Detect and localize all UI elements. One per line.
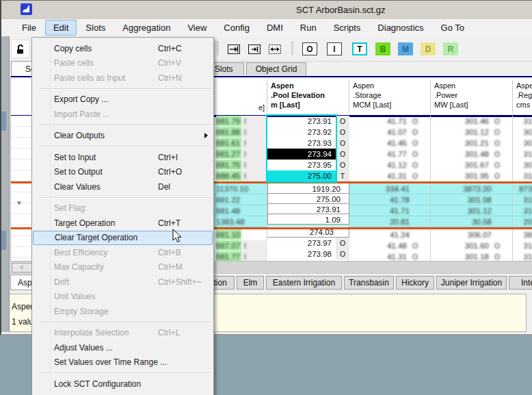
menu-separator — [39, 197, 211, 199]
menu-item-import-paste[interactable]: Import Paste ... — [32, 107, 213, 122]
menu-item-set-values-over-time-range[interactable]: Set Values over Time Range ... — [32, 355, 213, 370]
grid-cell[interactable]: 881.75 — [216, 160, 241, 170]
menu-item-adjust-values[interactable]: Adjust Values ... — [32, 340, 213, 355]
tab-hickory[interactable]: Hickory — [396, 276, 434, 290]
pool-cell-target[interactable]: 275.00T — [267, 170, 349, 181]
pool-cell-selected[interactable]: 273.94O — [267, 149, 349, 160]
column-regulated: 31.5 30.1 30.9 31.7 30.4 31.2 873.2 31.8… — [513, 116, 532, 261]
column-header-power[interactable]: Aspen.PowerMW [Last] — [434, 81, 468, 110]
menu-item-set-to-input[interactable]: Set to InputCtrl+I — [32, 150, 213, 165]
menu-item-clear-outputs[interactable]: Clear Outputs — [32, 129, 213, 144]
tab-juniper-irrigation[interactable]: Juniper Irrigation — [436, 276, 507, 290]
grid-cell[interactable]: 887.07 — [216, 240, 241, 251]
tab-object-grid[interactable]: Object Grid — [246, 62, 306, 75]
menu-item-best-efficiency[interactable]: Best EfficiencyCtrl+B — [32, 245, 213, 260]
menu-diagnostics[interactable]: Diagnostics — [369, 20, 431, 36]
menu-item-copy-cells[interactable]: Copy cellsCtrl+C — [32, 41, 213, 56]
column-header-pool-elevation[interactable]: Aspen.Pool Elevationm [Last] — [271, 81, 325, 110]
menu-goto[interactable]: Go To — [433, 20, 473, 36]
fit-width-icon — [269, 44, 281, 54]
menu-file[interactable]: File — [14, 20, 44, 36]
menu-edit[interactable]: Edit — [45, 20, 77, 36]
title-bar[interactable]: SCT ArborBasin.sct.gz — [1, 1, 532, 20]
flag-output-button[interactable]: O — [302, 42, 317, 55]
menu-item-clear-target-operation[interactable]: Clear Target Operation — [33, 231, 213, 246]
menu-item-set-to-output[interactable]: Set to OutputCtrl+O — [32, 165, 213, 180]
menu-item-paste-cells[interactable]: Paste cellsCtrl+V — [32, 56, 213, 71]
menu-scripts[interactable]: Scripts — [325, 20, 369, 36]
summary-cell-max[interactable]: 275.00 — [267, 193, 349, 204]
menu-separator — [39, 146, 211, 147]
row-header-column[interactable] — [11, 116, 34, 261]
tab-transbasin[interactable]: Transbasin — [344, 276, 394, 290]
toolbar-separator — [291, 41, 292, 55]
summary-cell[interactable]: 1383.48 — [216, 216, 241, 227]
open-padlock-icon — [15, 44, 26, 55]
flag-max-capacity-button[interactable]: M — [398, 42, 413, 55]
grid-cell[interactable]: 881.61 — [216, 138, 241, 149]
menu-item-set-flag[interactable]: Set Flag: — [32, 201, 213, 216]
flag-best-efficiency-button[interactable]: B — [375, 42, 390, 55]
summary-cell-sum[interactable]: 1919.20 — [267, 183, 349, 194]
menu-run[interactable]: Run — [292, 20, 325, 36]
tab-eastern-irrigation[interactable]: Eastern Irrigation — [266, 276, 342, 290]
summary-cell[interactable]: 881.22 — [216, 194, 241, 205]
flag-rulebased-button[interactable]: R — [443, 42, 458, 55]
pool-cell[interactable]: 273.92O — [267, 127, 349, 138]
column-header-regulated[interactable]: Aspen.Regucms [ — [516, 81, 532, 110]
window-title: SCT ArborBasin.sct.gz — [296, 5, 386, 15]
menu-dmi[interactable]: DMI — [258, 20, 291, 36]
column-header-storage[interactable]: Aspen.StorageMCM [Last] — [353, 81, 391, 110]
scroll-left-button[interactable]: < — [12, 263, 32, 272]
summary-cell-range[interactable]: 1.09 — [267, 214, 349, 225]
shrink-column-width-button[interactable] — [245, 42, 263, 56]
grid-cell[interactable]: 881.88 — [216, 127, 241, 138]
menu-separator — [39, 88, 211, 90]
column-power: 301.46O 301.12O 301.21O 301.48O 301.67O … — [431, 116, 512, 261]
summary-cell[interactable]: 11370.10 — [216, 183, 241, 194]
grid-cell[interactable]: 881.27 — [216, 149, 241, 160]
menu-separator — [39, 372, 211, 374]
pool-cell[interactable]: 273.95O — [267, 160, 349, 170]
fit-column-width-button[interactable] — [266, 42, 284, 56]
menu-item-paste-cells-as-input[interactable]: Paste cells as InputCtrl+N — [32, 71, 213, 86]
column-inflow-flags: I I I I I I I I — [241, 116, 267, 261]
menu-separator — [39, 322, 211, 323]
summary-cell-min[interactable]: 273.91 — [267, 203, 349, 214]
pool-cell[interactable]: 273.91O — [267, 116, 349, 127]
summary-cell[interactable]: 881.48 — [216, 205, 241, 216]
tab-inter-fragment[interactable]: Inter — [509, 276, 532, 290]
submenu-arrow-icon — [204, 133, 208, 138]
menu-config[interactable]: Config — [215, 20, 258, 36]
menu-item-target-operation[interactable]: Target OperationCtrl+T — [32, 216, 213, 231]
flag-drift-button[interactable]: D — [421, 42, 436, 55]
menu-item-export-copy[interactable]: Export Copy ... — [32, 92, 213, 107]
menu-aggregation[interactable]: Aggregation — [114, 20, 178, 36]
menu-item-empty-storage[interactable]: Empty Storage — [32, 304, 213, 319]
grid-cell[interactable]: 888.45 — [216, 170, 241, 181]
flag-target-button[interactable]: T — [352, 42, 367, 55]
menu-item-max-capacity[interactable]: Max CapacityCtrl+M — [32, 260, 213, 275]
menu-item-interpolate-selection[interactable]: Interpolate SelectionCtrl+L — [32, 326, 213, 341]
pool-cell[interactable]: 273.98O — [267, 249, 349, 259]
menu-item-lock-sct-configuration[interactable]: Lock SCT Configuration — [32, 377, 213, 392]
menu-separator — [39, 125, 211, 126]
lock-button[interactable] — [11, 40, 30, 58]
grid-cell[interactable]: 881.10 — [216, 229, 241, 240]
grid-cell[interactable]: 881.79 — [216, 116, 241, 127]
menu-view[interactable]: View — [179, 20, 215, 36]
pool-cell[interactable]: 273.93O — [267, 138, 349, 149]
current-row-marker-icon: ▼ — [16, 199, 23, 207]
grid-cell[interactable]: 881.77 — [216, 251, 241, 261]
pool-cell[interactable]: 273.97O — [267, 238, 349, 249]
menu-item-clear-values[interactable]: Clear ValuesDel — [32, 179, 213, 194]
grow-column-width-button[interactable] — [225, 42, 243, 56]
menu-item-unit-values[interactable]: Unit Values — [32, 290, 213, 305]
tab-elm[interactable]: Elm — [237, 276, 264, 290]
flag-input-button[interactable]: I — [327, 42, 342, 55]
menu-slots[interactable]: Slots — [77, 20, 114, 36]
riverware-app-icon — [21, 3, 32, 15]
menu-item-drift[interactable]: DriftCtrl+Shift+~ — [32, 275, 213, 290]
edit-dropdown-menu: Copy cellsCtrl+C Paste cellsCtrl+V Paste… — [31, 37, 214, 395]
toolbar-separator — [217, 41, 217, 55]
